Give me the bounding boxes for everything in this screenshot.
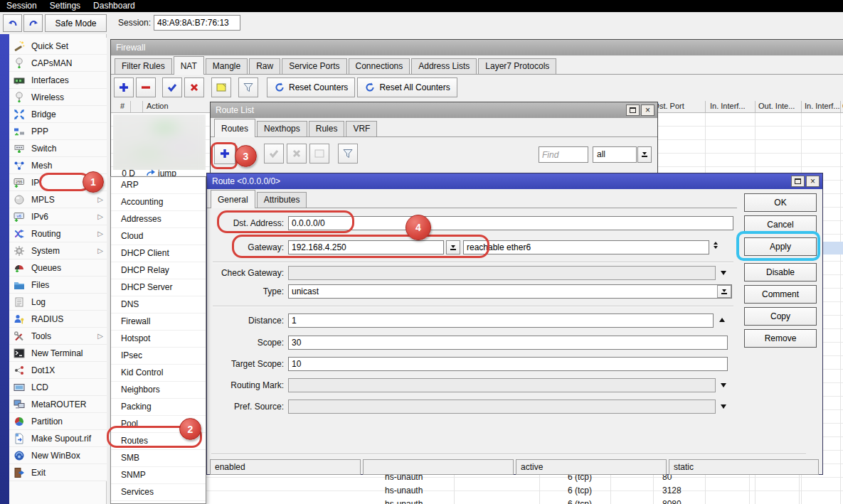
tab-service-ports[interactable]: Service Ports bbox=[282, 58, 346, 74]
enable-route-button[interactable] bbox=[264, 144, 284, 163]
enable-rule-button[interactable] bbox=[162, 77, 182, 97]
route-filter-dropdown-button[interactable] bbox=[637, 146, 652, 163]
column-header-out-interface[interactable]: Out. Inte... bbox=[758, 102, 795, 110]
route-filter-select[interactable]: all bbox=[593, 146, 637, 163]
distance-up-icon[interactable] bbox=[719, 318, 725, 322]
tab-rules[interactable]: Rules bbox=[309, 121, 345, 136]
filter-button[interactable] bbox=[238, 77, 258, 97]
tab-raw[interactable]: Raw bbox=[249, 58, 280, 74]
nat-row-dst-port[interactable]: 8080 bbox=[662, 498, 682, 504]
sidebar-item-make-supout[interactable]: Make Supout.rif bbox=[9, 430, 107, 447]
disable-button[interactable]: Disable bbox=[744, 263, 817, 282]
menu-dashboard[interactable]: Dashboard bbox=[87, 0, 142, 12]
comment-rule-button[interactable] bbox=[211, 77, 231, 97]
disable-rule-button[interactable] bbox=[184, 77, 204, 97]
sidebar-item-capsman[interactable]: CAPsMAN bbox=[9, 55, 107, 72]
sidebar-item-radius[interactable]: RADIUS bbox=[9, 311, 107, 328]
ip-menu-cloud[interactable]: Cloud bbox=[111, 228, 206, 245]
ip-menu-firewall[interactable]: Firewall bbox=[111, 313, 206, 331]
sidebar-item-new-terminal[interactable]: New Terminal bbox=[9, 345, 107, 362]
ip-menu-dhcp-client[interactable]: DHCP Client bbox=[111, 245, 206, 262]
ip-menu-services[interactable]: Services bbox=[111, 484, 206, 501]
check-gateway-select[interactable] bbox=[288, 266, 716, 280]
sidebar-item-log[interactable]: Log bbox=[9, 294, 107, 311]
sidebar-item-system[interactable]: System ▷ bbox=[9, 242, 107, 259]
nat-row-chain[interactable]: hs-unauth bbox=[385, 484, 423, 498]
sidebar-item-partition[interactable]: Partition bbox=[9, 413, 107, 430]
sidebar-item-new-winbox[interactable]: New WinBox bbox=[9, 447, 107, 464]
type-dropdown-button[interactable] bbox=[717, 285, 731, 298]
nat-row-protocol[interactable]: 6 (tcp) bbox=[568, 484, 592, 498]
routing-mark-dropdown-icon[interactable] bbox=[721, 383, 726, 387]
redo-button[interactable] bbox=[23, 14, 43, 32]
maximize-button[interactable] bbox=[626, 104, 640, 116]
dst-address-input[interactable] bbox=[288, 216, 733, 230]
sidebar-item-files[interactable]: Files bbox=[9, 277, 107, 294]
route-dialog-titlebar[interactable]: Route <0.0.0.0/0> × bbox=[207, 173, 822, 189]
sidebar-item-wireless[interactable]: Wireless bbox=[9, 89, 107, 106]
tab-attributes[interactable]: Attributes bbox=[257, 192, 307, 208]
safe-mode-button[interactable]: Safe Mode bbox=[45, 14, 107, 32]
target-scope-input[interactable] bbox=[288, 357, 728, 371]
sidebar-item-mpls[interactable]: MPLS ▷ bbox=[9, 191, 107, 208]
copy-button[interactable]: Copy bbox=[744, 307, 817, 326]
tab-general[interactable]: General bbox=[211, 190, 255, 208]
add-rule-button[interactable] bbox=[114, 77, 134, 97]
column-header-number[interactable]: # bbox=[120, 102, 124, 110]
sidebar-item-dot1x[interactable]: Dot1X bbox=[9, 362, 107, 379]
column-header-in-interface-2[interactable]: In. Interf... bbox=[805, 102, 840, 110]
pref-source-dropdown-icon[interactable] bbox=[721, 404, 726, 409]
tab-connections[interactable]: Connections bbox=[349, 58, 410, 74]
sidebar-item-bridge[interactable]: Bridge bbox=[9, 106, 107, 123]
comment-button[interactable]: Comment bbox=[744, 285, 817, 304]
ip-menu-neighbors[interactable]: Neighbors bbox=[111, 382, 206, 399]
tab-address-lists[interactable]: Address Lists bbox=[411, 58, 477, 74]
sidebar-item-metarouter[interactable]: MetaROUTER bbox=[9, 396, 107, 413]
sidebar-item-queues[interactable]: Queues bbox=[9, 259, 107, 277]
sidebar-item-exit[interactable]: Exit bbox=[9, 464, 107, 481]
ip-menu-kid-control[interactable]: Kid Control bbox=[111, 365, 206, 382]
tab-layer7-protocols[interactable]: Layer7 Protocols bbox=[478, 58, 556, 74]
sidebar-item-interfaces[interactable]: Interfaces bbox=[9, 72, 107, 89]
nat-row-chain[interactable]: hs-unauth bbox=[385, 498, 423, 504]
distance-input[interactable] bbox=[288, 313, 714, 328]
find-input[interactable] bbox=[539, 146, 588, 163]
tab-nexthops[interactable]: Nexthops bbox=[257, 121, 307, 136]
column-header-action[interactable]: Action bbox=[147, 102, 169, 110]
sidebar-item-tools[interactable]: Tools ▷ bbox=[9, 328, 107, 345]
sidebar-item-ipv6[interactable]: v6 IPv6 ▷ bbox=[9, 208, 107, 225]
undo-button[interactable] bbox=[3, 14, 22, 32]
pref-source-select[interactable] bbox=[288, 400, 716, 414]
column-header-in-interface[interactable]: In. Interf... bbox=[710, 102, 746, 110]
ok-button[interactable]: OK bbox=[744, 193, 817, 212]
nat-row-protocol[interactable]: 6 (tcp) bbox=[568, 498, 592, 504]
ip-menu-dns[interactable]: DNS bbox=[111, 296, 206, 313]
scope-input[interactable] bbox=[288, 336, 728, 350]
comment-route-button[interactable] bbox=[309, 144, 329, 163]
ip-menu-accounting[interactable]: Accounting bbox=[111, 194, 206, 211]
sidebar-item-quick-set[interactable]: Quick Set bbox=[9, 38, 107, 55]
ip-menu-addresses[interactable]: Addresses bbox=[111, 211, 206, 228]
reset-all-counters-button[interactable]: Reset All Counters bbox=[357, 77, 457, 97]
ip-menu-hotspot[interactable]: Hotspot bbox=[111, 331, 206, 348]
remove-rule-button[interactable] bbox=[136, 77, 156, 97]
ip-menu-packing[interactable]: Packing bbox=[111, 399, 206, 416]
ip-menu-ipsec[interactable]: IPsec bbox=[111, 348, 206, 365]
sidebar-item-lcd[interactable]: LCD bbox=[9, 379, 107, 396]
sidebar-item-switch[interactable]: Switch bbox=[9, 140, 107, 157]
reset-counters-button[interactable]: Reset Counters bbox=[267, 77, 355, 97]
route-list-titlebar[interactable]: Route List × bbox=[211, 102, 657, 118]
filter-button[interactable] bbox=[338, 144, 358, 163]
ip-menu-dhcp-server[interactable]: DHCP Server bbox=[111, 279, 206, 296]
tab-nat[interactable]: NAT bbox=[174, 56, 204, 75]
routing-mark-select[interactable] bbox=[288, 378, 716, 392]
tab-vrf[interactable]: VRF bbox=[346, 121, 377, 136]
session-input[interactable] bbox=[154, 15, 240, 31]
menu-settings[interactable]: Settings bbox=[43, 0, 87, 12]
menu-session[interactable]: Session bbox=[0, 0, 43, 12]
nat-row-dst-port[interactable]: 3128 bbox=[662, 484, 682, 498]
gateway-status-spinner[interactable] bbox=[714, 242, 718, 249]
close-button[interactable]: × bbox=[806, 176, 820, 187]
firewall-titlebar[interactable]: Firewall bbox=[111, 40, 843, 55]
tab-mangle[interactable]: Mangle bbox=[206, 58, 248, 74]
